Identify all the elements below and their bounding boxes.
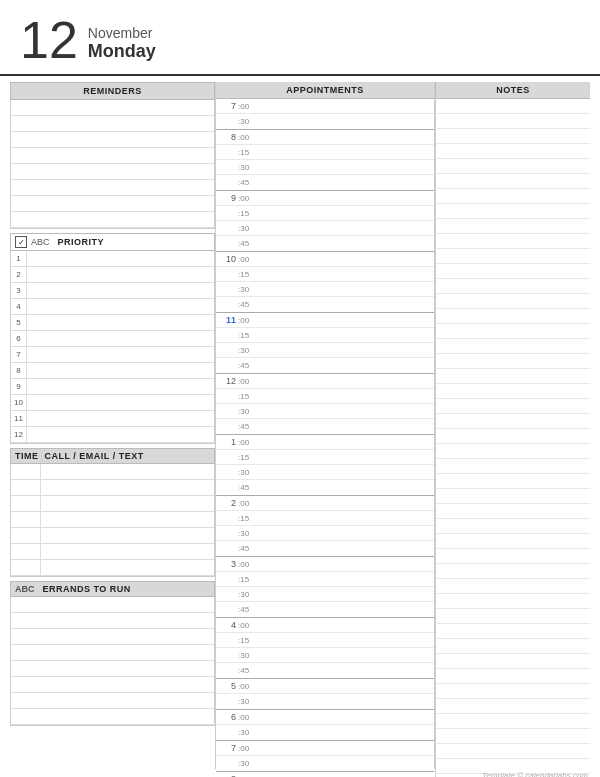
reminder-line[interactable] [11,212,214,228]
appt-slot[interactable]: :15 [216,633,434,648]
priority-row[interactable]: 4 [11,299,214,315]
appt-slot[interactable]: 3:00 [216,557,434,572]
appt-slot[interactable]: :30 [216,694,434,709]
appt-slot[interactable]: 12:00 [216,374,434,389]
appt-slot[interactable]: :15 [216,267,434,282]
reminder-line[interactable] [11,196,214,212]
notes-line[interactable] [435,474,590,489]
notes-line[interactable] [435,564,590,579]
reminder-line[interactable] [11,100,214,116]
notes-line[interactable] [435,264,590,279]
priority-row[interactable]: 1 [11,251,214,267]
appt-slot[interactable]: :30 [216,160,434,175]
notes-line[interactable] [435,114,590,129]
notes-line[interactable] [435,609,590,624]
notes-line[interactable] [435,639,590,654]
appt-slot[interactable]: :45 [216,175,434,190]
notes-line[interactable] [435,504,590,519]
notes-line[interactable] [435,519,590,534]
calls-row[interactable] [11,544,214,560]
calls-row[interactable] [11,560,214,576]
appt-slot[interactable]: 8:00 [216,772,434,777]
appt-slot[interactable]: 2:00 [216,496,434,511]
notes-line[interactable] [435,399,590,414]
notes-line[interactable] [435,729,590,744]
calls-row[interactable] [11,496,214,512]
notes-line[interactable] [435,219,590,234]
appt-slot[interactable]: 7:00 [216,99,434,114]
notes-line[interactable] [435,444,590,459]
reminder-line[interactable] [11,180,214,196]
calls-row[interactable] [11,512,214,528]
reminder-line[interactable] [11,164,214,180]
notes-line[interactable] [435,309,590,324]
calls-row[interactable] [11,528,214,544]
appt-slot[interactable]: :15 [216,328,434,343]
calls-row[interactable] [11,464,214,480]
errand-line[interactable] [11,629,214,645]
priority-checkbox[interactable]: ✓ [15,236,27,248]
appt-slot[interactable]: :30 [216,725,434,740]
priority-row[interactable]: 12 [11,427,214,443]
notes-line[interactable] [435,429,590,444]
notes-line[interactable] [435,384,590,399]
reminder-line[interactable] [11,148,214,164]
errand-line[interactable] [11,613,214,629]
notes-line[interactable] [435,669,590,684]
appt-slot[interactable]: :30 [216,114,434,129]
errand-line[interactable] [11,597,214,613]
notes-line[interactable] [435,159,590,174]
appt-slot[interactable]: :45 [216,602,434,617]
notes-line[interactable] [435,534,590,549]
notes-line[interactable] [435,339,590,354]
priority-row[interactable]: 3 [11,283,214,299]
appt-slot[interactable]: 8:00 [216,130,434,145]
appt-slot[interactable]: :45 [216,480,434,495]
priority-row[interactable]: 2 [11,267,214,283]
appt-slot[interactable]: 1:00 [216,435,434,450]
appt-slot[interactable]: :30 [216,756,434,771]
appt-slot[interactable]: :15 [216,511,434,526]
reminder-line[interactable] [11,132,214,148]
appt-slot[interactable]: :45 [216,663,434,678]
notes-line[interactable] [435,204,590,219]
notes-line[interactable] [435,684,590,699]
notes-line[interactable] [435,489,590,504]
appt-slot[interactable]: :30 [216,282,434,297]
appt-slot[interactable]: :15 [216,389,434,404]
appt-slot[interactable]: :15 [216,450,434,465]
notes-line[interactable] [435,624,590,639]
priority-row[interactable]: 7 [11,347,214,363]
notes-line[interactable] [435,234,590,249]
notes-line[interactable] [435,354,590,369]
appt-slot[interactable]: :45 [216,236,434,251]
notes-line[interactable] [435,699,590,714]
notes-line[interactable] [435,189,590,204]
notes-line[interactable] [435,294,590,309]
appt-slot[interactable]: :30 [216,343,434,358]
appt-slot[interactable]: 7:00 [216,741,434,756]
appt-slot[interactable]: :15 [216,206,434,221]
appt-slot[interactable]: 6:00 [216,710,434,725]
appt-slot[interactable]: :45 [216,541,434,556]
priority-row[interactable]: 8 [11,363,214,379]
appt-slot[interactable]: :30 [216,221,434,236]
appt-slot[interactable]: :30 [216,587,434,602]
appt-slot[interactable]: :15 [216,572,434,587]
calls-row[interactable] [11,480,214,496]
notes-line[interactable] [435,549,590,564]
appt-slot[interactable]: :15 [216,145,434,160]
appt-slot[interactable]: :30 [216,404,434,419]
appt-slot[interactable]: :45 [216,358,434,373]
appt-slot[interactable]: 11:00 [216,313,434,328]
notes-line[interactable] [435,129,590,144]
priority-row[interactable]: 10 [11,395,214,411]
notes-line[interactable] [435,174,590,189]
notes-line[interactable] [435,324,590,339]
appt-slot[interactable]: 4:00 [216,618,434,633]
appt-slot[interactable]: 5:00 [216,679,434,694]
priority-row[interactable]: 6 [11,331,214,347]
notes-line[interactable] [435,579,590,594]
errand-line[interactable] [11,661,214,677]
errand-line[interactable] [11,709,214,725]
